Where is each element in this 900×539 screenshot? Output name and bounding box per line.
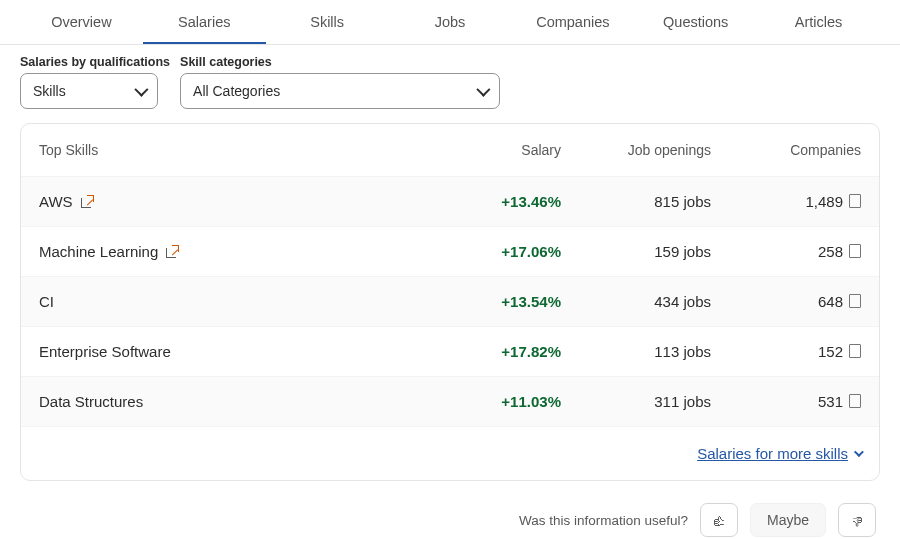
table-row: CI+13.54%434 jobs648 [21, 276, 879, 326]
header-companies: Companies [711, 142, 861, 158]
filter-categories: Skill categories All Categories [180, 55, 500, 109]
salary-cell: +13.54% [421, 293, 561, 310]
thumbs-down-icon: 👎︎ [850, 512, 865, 529]
companies-count: 258 [818, 243, 843, 260]
companies-count: 152 [818, 343, 843, 360]
salary-cell: +17.82% [421, 343, 561, 360]
skill-link[interactable]: Enterprise Software [39, 343, 171, 360]
skill-link[interactable]: AWS [39, 193, 73, 210]
qualifications-value: Skills [33, 83, 66, 99]
building-icon [849, 196, 861, 208]
tab-jobs[interactable]: Jobs [389, 0, 512, 44]
external-link-icon [81, 195, 94, 208]
salary-cell: +13.46% [421, 193, 561, 210]
table-header-row: Top Skills Salary Job openings Companies [21, 124, 879, 176]
table-row: Enterprise Software+17.82%113 jobs152 [21, 326, 879, 376]
header-salary: Salary [421, 142, 561, 158]
header-jobs: Job openings [561, 142, 711, 158]
thumbs-up-button[interactable]: 👍︎ [700, 503, 738, 537]
thumbs-up-icon: 👍︎ [711, 512, 726, 529]
companies-cell[interactable]: 258 [711, 243, 861, 260]
external-link-icon [166, 245, 179, 258]
building-icon [849, 346, 861, 358]
categories-select[interactable]: All Categories [180, 73, 500, 109]
table-row: Machine Learning+17.06%159 jobs258 [21, 226, 879, 276]
table-row: AWS+13.46%815 jobs1,489 [21, 176, 879, 226]
building-icon [849, 246, 861, 258]
salary-cell: +17.06% [421, 243, 561, 260]
skill-cell: Machine Learning [39, 243, 421, 260]
filter-qualifications: Salaries by qualifications Skills [20, 55, 170, 109]
companies-count: 531 [818, 393, 843, 410]
feedback-bar: Was this information useful? 👍︎ Maybe 👎︎ [0, 499, 900, 539]
more-skills-link[interactable]: Salaries for more skills [697, 445, 861, 462]
tab-companies[interactable]: Companies [511, 0, 634, 44]
chevron-down-icon [854, 447, 864, 457]
companies-cell[interactable]: 648 [711, 293, 861, 310]
jobs-cell[interactable]: 159 jobs [561, 243, 711, 260]
skill-cell: CI [39, 293, 421, 310]
table-footer: Salaries for more skills [21, 426, 879, 480]
skill-link[interactable]: Machine Learning [39, 243, 158, 260]
chevron-down-icon [476, 83, 490, 97]
tab-articles[interactable]: Articles [757, 0, 880, 44]
jobs-cell[interactable]: 113 jobs [561, 343, 711, 360]
filters-bar: Salaries by qualifications Skills Skill … [0, 45, 900, 123]
salary-cell: +11.03% [421, 393, 561, 410]
filter-qualifications-label: Salaries by qualifications [20, 55, 170, 69]
jobs-cell[interactable]: 815 jobs [561, 193, 711, 210]
table-row: Data Structures+11.03%311 jobs531 [21, 376, 879, 426]
more-skills-label: Salaries for more skills [697, 445, 848, 462]
skill-link[interactable]: Data Structures [39, 393, 143, 410]
companies-cell[interactable]: 1,489 [711, 193, 861, 210]
building-icon [849, 396, 861, 408]
tab-overview[interactable]: Overview [20, 0, 143, 44]
thumbs-down-button[interactable]: 👎︎ [838, 503, 876, 537]
tab-skills[interactable]: Skills [266, 0, 389, 44]
chevron-down-icon [134, 83, 148, 97]
skill-cell: AWS [39, 193, 421, 210]
companies-cell[interactable]: 531 [711, 393, 861, 410]
tab-questions[interactable]: Questions [634, 0, 757, 44]
tab-salaries[interactable]: Salaries [143, 0, 266, 44]
page-tabs: OverviewSalariesSkillsJobsCompaniesQuest… [0, 0, 900, 45]
companies-count: 648 [818, 293, 843, 310]
skill-link[interactable]: CI [39, 293, 54, 310]
companies-count: 1,489 [805, 193, 843, 210]
companies-cell[interactable]: 152 [711, 343, 861, 360]
header-skill: Top Skills [39, 142, 421, 158]
skill-cell: Data Structures [39, 393, 421, 410]
feedback-prompt: Was this information useful? [519, 513, 688, 528]
filter-categories-label: Skill categories [180, 55, 500, 69]
skill-cell: Enterprise Software [39, 343, 421, 360]
jobs-cell[interactable]: 434 jobs [561, 293, 711, 310]
skills-salary-table: Top Skills Salary Job openings Companies… [20, 123, 880, 481]
categories-value: All Categories [193, 83, 280, 99]
building-icon [849, 296, 861, 308]
jobs-cell[interactable]: 311 jobs [561, 393, 711, 410]
maybe-button[interactable]: Maybe [750, 503, 826, 537]
qualifications-select[interactable]: Skills [20, 73, 158, 109]
